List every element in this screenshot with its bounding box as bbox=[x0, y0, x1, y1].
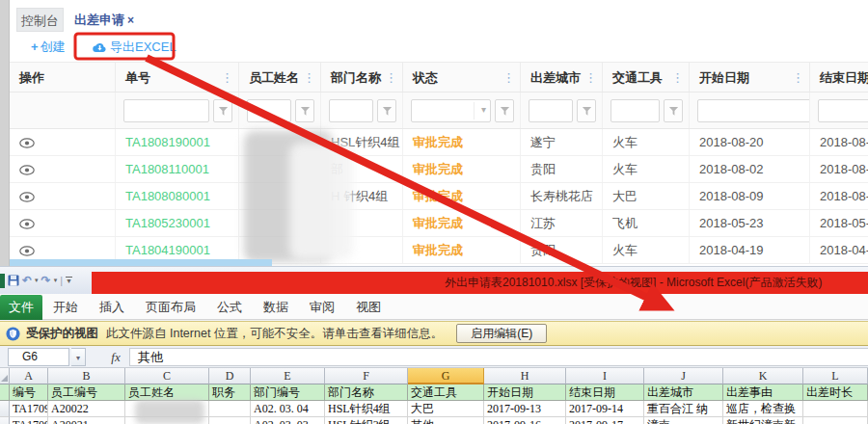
filter-input-start[interactable] bbox=[697, 99, 810, 122]
tab-close-icon[interactable]: × bbox=[127, 13, 134, 27]
sheet-header-cell[interactable]: 职务 bbox=[209, 384, 251, 401]
sheet-cell[interactable]: A02. 03. 04 bbox=[251, 401, 325, 417]
order-number-link[interactable]: TA1808080001 bbox=[125, 189, 210, 203]
filter-input-transport[interactable] bbox=[610, 99, 660, 122]
sheet-header-cell[interactable]: 员工姓名 bbox=[125, 384, 209, 401]
column-letter-K[interactable]: K bbox=[723, 368, 803, 384]
filter-select-status[interactable]: ▾ bbox=[411, 99, 491, 122]
column-letter-I[interactable]: I bbox=[566, 368, 644, 384]
sheet-header-cell[interactable]: 出差城市 bbox=[644, 384, 723, 401]
sheet-header-cell[interactable]: 部门名称 bbox=[325, 384, 408, 401]
sheet-cell[interactable]: TA1709 bbox=[10, 401, 48, 417]
tab-console[interactable]: 控制台 bbox=[16, 8, 64, 32]
sheet-cell[interactable]: HSL针织4组 bbox=[325, 401, 408, 417]
sheet-cell[interactable]: 大巴 bbox=[408, 401, 484, 417]
select-all-corner[interactable] bbox=[0, 368, 10, 384]
column-menu-icon[interactable]: ⋮ bbox=[671, 71, 684, 84]
customize-qat-button[interactable]: ▼ bbox=[66, 277, 72, 284]
insert-function-icon[interactable]: fx bbox=[104, 348, 127, 366]
sheet-cell[interactable]: 2017-09-17 bbox=[566, 417, 644, 424]
export-excel-button[interactable]: 导出EXCEL bbox=[93, 32, 176, 62]
sheet-header-cell[interactable]: 出差事由 bbox=[723, 384, 803, 401]
sheet-header-cell[interactable]: 交通工具 bbox=[408, 384, 484, 401]
filter-funnel-button[interactable] bbox=[664, 99, 683, 122]
sheet-header-cell[interactable]: 结束日期 bbox=[566, 384, 644, 401]
column-letter-J[interactable]: J bbox=[644, 368, 723, 384]
sheet-cell[interactable] bbox=[803, 401, 868, 417]
row-header[interactable] bbox=[0, 417, 10, 424]
sheet-cell[interactable]: 2017-09-16 bbox=[484, 417, 566, 424]
sheet-header-cell[interactable]: 出差时长 bbox=[803, 384, 868, 401]
row-header[interactable] bbox=[0, 401, 10, 417]
filter-input-dept[interactable] bbox=[329, 99, 373, 122]
sheet-cell[interactable]: HSL针织3组 bbox=[325, 417, 408, 424]
ribbon-tab-视图[interactable]: 视图 bbox=[345, 294, 392, 320]
view-eye-icon[interactable] bbox=[19, 138, 35, 148]
column-menu-icon[interactable]: ⋮ bbox=[303, 71, 315, 84]
order-number-link[interactable]: TA1808190001 bbox=[125, 135, 210, 149]
undo-button[interactable]: ↶ bbox=[22, 271, 32, 290]
sheet-cell[interactable]: TA1709 bbox=[10, 417, 48, 424]
filter-input-order[interactable] bbox=[123, 99, 209, 122]
sheet-cell[interactable]: A20021 bbox=[48, 417, 125, 424]
redo-dropdown-icon[interactable]: ▾ bbox=[54, 277, 58, 284]
enable-editing-button[interactable]: 启用编辑(E) bbox=[456, 324, 547, 343]
column-letter-A[interactable]: A bbox=[10, 368, 48, 384]
column-letter-G[interactable]: G bbox=[408, 368, 484, 384]
ribbon-tab-开始[interactable]: 开始 bbox=[42, 294, 89, 320]
ribbon-tab-审阅[interactable]: 审阅 bbox=[299, 294, 345, 320]
formula-input[interactable]: 其他 bbox=[129, 348, 868, 366]
column-letter-H[interactable]: H bbox=[484, 368, 566, 384]
view-eye-icon[interactable] bbox=[19, 219, 35, 229]
name-box[interactable]: G6 bbox=[8, 348, 69, 366]
filter-funnel-button[interactable] bbox=[495, 99, 514, 122]
undo-dropdown-icon[interactable]: ▾ bbox=[35, 277, 39, 284]
create-button[interactable]: +创建 bbox=[31, 32, 66, 62]
sheet-cell[interactable]: A02. 03. 03 bbox=[251, 417, 325, 424]
sheet-header-cell[interactable]: 员工编号 bbox=[48, 384, 125, 401]
ribbon-tab-公式[interactable]: 公式 bbox=[206, 294, 253, 320]
sheet-cell[interactable]: 2017-09-14 bbox=[566, 401, 644, 417]
sheet-cell[interactable] bbox=[125, 401, 209, 417]
filter-funnel-button[interactable] bbox=[295, 99, 314, 122]
order-number-link[interactable]: TA1804190001 bbox=[125, 243, 210, 257]
sheet-cell[interactable] bbox=[125, 417, 209, 424]
column-letter-B[interactable]: B bbox=[48, 368, 125, 384]
column-letter-L[interactable]: L bbox=[803, 368, 868, 384]
sheet-cell[interactable]: 其他 bbox=[408, 417, 484, 424]
sheet-header-cell[interactable]: 编号 bbox=[10, 384, 48, 401]
column-letter-E[interactable]: E bbox=[251, 368, 325, 384]
sheet-cell[interactable]: 重百合江 纳 bbox=[644, 401, 723, 417]
view-eye-icon[interactable] bbox=[19, 192, 35, 202]
order-number-link[interactable]: TA1805230001 bbox=[125, 216, 210, 230]
sheet-cell[interactable]: 潼南 bbox=[644, 417, 723, 424]
name-box-dropdown-icon[interactable]: ▾ bbox=[71, 348, 86, 366]
view-eye-icon[interactable] bbox=[19, 246, 35, 256]
sheet-cell[interactable]: 新世纪潼南新 bbox=[723, 417, 803, 424]
sheet-cell[interactable]: 巡店，检查换 bbox=[723, 401, 803, 417]
sheet-cell[interactable]: A20022 bbox=[48, 401, 125, 417]
column-letter-F[interactable]: F bbox=[325, 368, 408, 384]
filter-funnel-button[interactable] bbox=[377, 99, 396, 122]
sheet-header-cell[interactable]: 开始日期 bbox=[484, 384, 566, 401]
sheet-cell[interactable] bbox=[209, 417, 251, 424]
view-eye-icon[interactable] bbox=[19, 165, 35, 175]
filter-input-city[interactable] bbox=[529, 99, 573, 122]
row-header[interactable] bbox=[0, 384, 10, 401]
tab-trip-request[interactable]: 出差申请× bbox=[68, 8, 140, 32]
ribbon-tab-数据[interactable]: 数据 bbox=[253, 294, 299, 320]
redo-button[interactable]: ↷ bbox=[41, 271, 51, 290]
filter-input-name[interactable] bbox=[247, 99, 291, 122]
column-menu-icon[interactable]: ⋮ bbox=[792, 71, 804, 84]
sheet-cell[interactable]: 2017-09-13 bbox=[484, 401, 566, 417]
filter-funnel-button[interactable] bbox=[213, 99, 232, 122]
filter-input-end[interactable] bbox=[818, 99, 868, 122]
column-letter-C[interactable]: C bbox=[125, 368, 209, 384]
ribbon-tab-插入[interactable]: 插入 bbox=[89, 294, 135, 320]
column-menu-icon[interactable]: ⋮ bbox=[502, 71, 515, 84]
sheet-cell[interactable] bbox=[209, 401, 251, 417]
sheet-cell[interactable] bbox=[803, 417, 868, 424]
column-menu-icon[interactable]: ⋮ bbox=[584, 71, 597, 84]
order-number-link[interactable]: TA1808110001 bbox=[125, 162, 209, 176]
column-letter-D[interactable]: D bbox=[209, 368, 251, 384]
